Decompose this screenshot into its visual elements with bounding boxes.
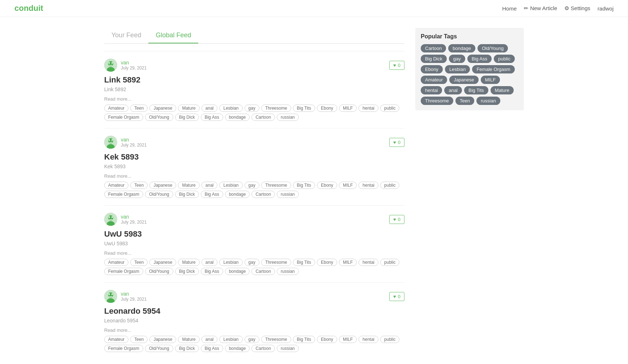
tag[interactable]: Female Orgasm xyxy=(104,268,143,275)
article-title[interactable]: Link 5892 xyxy=(104,75,404,85)
tag[interactable]: Threesome xyxy=(261,105,291,112)
popular-tag[interactable]: Lesbian xyxy=(445,65,470,73)
popular-tag[interactable]: Big Dick xyxy=(421,55,447,63)
tag[interactable]: Japanese xyxy=(149,105,176,112)
tag[interactable]: hentai xyxy=(358,336,378,343)
popular-tag[interactable]: Teen xyxy=(455,97,474,105)
popular-tag[interactable]: Big Tits xyxy=(464,86,488,94)
tag[interactable]: gay xyxy=(245,259,259,266)
popular-tag[interactable]: MILF xyxy=(481,76,500,84)
tag[interactable]: Teen xyxy=(130,105,148,112)
tag[interactable]: Teen xyxy=(130,182,148,189)
tag[interactable]: Teen xyxy=(130,259,148,266)
tag[interactable]: anal xyxy=(201,259,218,266)
tag[interactable]: public xyxy=(380,336,399,343)
tag[interactable]: Female Orgasm xyxy=(104,345,143,352)
tag[interactable]: Big Ass xyxy=(201,345,223,352)
tag[interactable]: MILF xyxy=(339,182,357,189)
nav-new-article[interactable]: New Article xyxy=(524,5,557,12)
tag[interactable]: gay xyxy=(245,182,259,189)
tag[interactable]: Lesbian xyxy=(219,259,242,266)
tag[interactable]: Big Dick xyxy=(175,114,199,121)
tag[interactable]: Cartoon xyxy=(251,268,275,275)
tag[interactable]: Cartoon xyxy=(251,191,275,198)
popular-tag[interactable]: russian xyxy=(476,97,500,105)
tag[interactable]: bondage xyxy=(225,191,250,198)
tag[interactable]: Big Dick xyxy=(175,345,199,352)
tag[interactable]: Lesbian xyxy=(219,105,242,112)
tag[interactable]: Big Tits xyxy=(293,259,315,266)
tag[interactable]: Female Orgasm xyxy=(104,191,143,198)
popular-tag[interactable]: Big Ass xyxy=(467,55,492,63)
nav-user[interactable]: radwoj xyxy=(598,5,614,12)
tag[interactable]: Threesome xyxy=(261,259,291,266)
tag[interactable]: hentai xyxy=(358,259,378,266)
like-button[interactable]: ♥ 0 xyxy=(389,292,404,301)
popular-tag[interactable]: Female Orgasm xyxy=(472,65,514,73)
popular-tag[interactable]: Amateur xyxy=(421,76,447,84)
popular-tag[interactable]: hentai xyxy=(421,86,442,94)
popular-tag[interactable]: Ebony xyxy=(421,65,443,73)
tag[interactable]: bondage xyxy=(225,268,250,275)
nav-settings[interactable]: Settings xyxy=(564,5,590,12)
popular-tag[interactable]: Cartoon xyxy=(421,44,446,52)
tag[interactable]: Mature xyxy=(178,105,199,112)
tag[interactable]: Mature xyxy=(178,336,199,343)
tag[interactable]: Ebony xyxy=(317,105,337,112)
tag[interactable]: public xyxy=(380,105,399,112)
author-name[interactable]: van xyxy=(121,137,147,143)
tag[interactable]: Japanese xyxy=(149,182,176,189)
popular-tag[interactable]: bondage xyxy=(448,44,475,52)
author-name[interactable]: van xyxy=(121,214,147,220)
tag[interactable]: Ebony xyxy=(317,259,337,266)
tag[interactable]: Mature xyxy=(178,259,199,266)
tag[interactable]: Old/Young xyxy=(145,345,173,352)
tag[interactable]: russian xyxy=(277,268,299,275)
tag[interactable]: Mature xyxy=(178,182,199,189)
like-button[interactable]: ♥ 0 xyxy=(389,215,404,224)
tag[interactable]: hentai xyxy=(358,182,378,189)
popular-tag[interactable]: Mature xyxy=(491,86,514,94)
popular-tag[interactable]: gay xyxy=(449,55,465,63)
brand-logo[interactable]: conduit xyxy=(14,4,43,13)
tag[interactable]: Big Ass xyxy=(201,268,223,275)
tag[interactable]: Ebony xyxy=(317,336,337,343)
tag[interactable]: public xyxy=(380,182,399,189)
tag[interactable]: bondage xyxy=(225,345,250,352)
tag[interactable]: public xyxy=(380,259,399,266)
tag[interactable]: Big Ass xyxy=(201,114,223,121)
popular-tag[interactable]: public xyxy=(494,55,515,63)
tag[interactable]: Big Tits xyxy=(293,336,315,343)
tag[interactable]: Japanese xyxy=(149,259,176,266)
tab-your-feed[interactable]: Your Feed xyxy=(104,28,148,43)
tag[interactable]: Japanese xyxy=(149,336,176,343)
tag[interactable]: Ebony xyxy=(317,182,337,189)
tag[interactable]: anal xyxy=(201,336,218,343)
tag[interactable]: hentai xyxy=(358,105,378,112)
tag[interactable]: Threesome xyxy=(261,182,291,189)
tag[interactable]: anal xyxy=(201,182,218,189)
tag[interactable]: Old/Young xyxy=(145,114,173,121)
read-more-link[interactable]: Read more... xyxy=(104,327,131,333)
article-title[interactable]: Leonardo 5954 xyxy=(104,306,404,316)
tag[interactable]: Big Ass xyxy=(201,191,223,198)
like-button[interactable]: ♥ 0 xyxy=(389,138,404,147)
tag[interactable]: gay xyxy=(245,105,259,112)
tag[interactable]: Lesbian xyxy=(219,182,242,189)
tag[interactable]: Big Dick xyxy=(175,268,199,275)
tag[interactable]: MILF xyxy=(339,105,357,112)
tag[interactable]: Old/Young xyxy=(145,268,173,275)
tag[interactable]: anal xyxy=(201,105,218,112)
nav-home[interactable]: Home xyxy=(502,5,517,12)
author-name[interactable]: van xyxy=(121,60,147,65)
tab-global-feed[interactable]: Global Feed xyxy=(148,28,198,43)
tag[interactable]: Old/Young xyxy=(145,191,173,198)
tag[interactable]: Threesome xyxy=(261,336,291,343)
tag[interactable]: Female Orgasm xyxy=(104,114,143,121)
tag[interactable]: Amateur xyxy=(104,336,128,343)
tag[interactable]: russian xyxy=(277,191,299,198)
tag[interactable]: bondage xyxy=(225,114,250,121)
tag[interactable]: Cartoon xyxy=(251,114,275,121)
popular-tag[interactable]: Threesome xyxy=(421,97,453,105)
tag[interactable]: Cartoon xyxy=(251,345,275,352)
